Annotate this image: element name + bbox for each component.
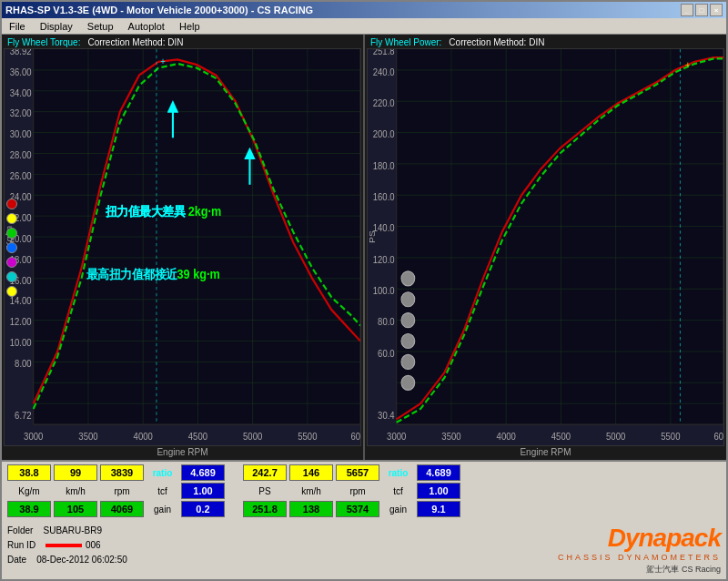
right-ratio-label: ratio	[382, 464, 414, 481]
right-val1: 242.7	[243, 464, 287, 481]
right-col2: 146 km/h 138	[289, 464, 333, 517]
menu-bar: File Display Setup Autoplot Help	[2, 18, 726, 35]
svg-point-106	[401, 375, 415, 390]
right-val3: 5657	[336, 464, 379, 481]
left-val2: 99	[54, 464, 97, 481]
left-col2: 99 km/h 105	[54, 464, 97, 517]
power-header-label: Fly Wheel Power:	[370, 37, 441, 47]
left-val5: 105	[54, 501, 97, 517]
minimize-button[interactable]: _	[681, 4, 693, 16]
left-tcf-label: tcf	[147, 483, 178, 499]
left-gain-val: 0.2	[181, 501, 225, 517]
right-val2: 146	[289, 464, 333, 481]
torque-chart-svg: 38.92 36.00 34.00 32.00 30.00 28.00 26.0…	[5, 49, 360, 445]
power-chart-header: Fly Wheel Power: Correction Method: DIN	[367, 36, 724, 48]
left-ratio-val: 4.689	[181, 464, 225, 481]
close-button[interactable]: ×	[710, 4, 723, 16]
svg-text:4500: 4500	[188, 432, 208, 442]
svg-text:扭力值最大差異 2kg·m: 扭力值最大差異 2kg·m	[105, 205, 221, 219]
left-val6: 4069	[100, 501, 144, 517]
svg-text:220.0: 220.0	[373, 98, 395, 108]
svg-text:60.0: 60.0	[378, 348, 395, 358]
svg-text:38.92: 38.92	[10, 49, 32, 56]
dot-red[interactable]	[6, 199, 17, 209]
run-bar	[46, 544, 82, 547]
right-unit3: rpm	[336, 483, 379, 499]
svg-text:34.00: 34.00	[10, 87, 32, 97]
dot-yellow[interactable]	[6, 213, 17, 224]
dynapack-logo: Dynapack CHASSIS DYNAMOMETERS 駕士汽車 CS Ra…	[558, 524, 721, 576]
svg-text:5500: 5500	[661, 432, 681, 442]
power-correction-label: Correction Method: DIN	[449, 37, 544, 47]
power-chart-svg: 251.8 240.0 220.0 200.0 180.0 160.0 140.…	[368, 49, 723, 445]
left-ratio-label: ratio	[147, 464, 178, 481]
svg-text:30.4: 30.4	[378, 411, 395, 421]
svg-point-104	[401, 334, 415, 349]
right-ratio-val: 4.689	[417, 464, 460, 481]
date-value: 08-Dec-2012 06:02:50	[36, 555, 127, 565]
right-col3: 5657 rpm 5374	[336, 464, 379, 517]
svg-text:180.0: 180.0	[373, 160, 395, 170]
copyright-text: 駕士汽車 CS Racing	[558, 564, 721, 576]
menu-setup[interactable]: Setup	[84, 21, 117, 32]
left-unit3: rpm	[100, 483, 144, 499]
folder-row: Folder SUBARU-BR9	[7, 524, 127, 538]
dot-blue[interactable]	[6, 242, 17, 253]
svg-text:80.0: 80.0	[378, 317, 395, 327]
svg-text:26.00: 26.00	[10, 171, 32, 181]
right-gain-val: 9.1	[417, 501, 460, 517]
right-unit1: PS	[243, 483, 287, 499]
svg-text:+: +	[685, 58, 691, 69]
folder-value: SUBARU-BR9	[43, 525, 101, 535]
left-col1: 38.8 Kg/m 38.9	[7, 464, 51, 517]
svg-text:32.00: 32.00	[10, 108, 32, 118]
dot-green[interactable]	[6, 228, 17, 239]
svg-text:3500: 3500	[78, 432, 98, 442]
right-gain-label: gain	[382, 501, 414, 517]
torque-chart-panel: Fly Wheel Torque: Correction Method: DIN	[2, 35, 363, 460]
menu-autoplot[interactable]: Autoplot	[125, 21, 168, 32]
left-val1: 38.8	[7, 464, 51, 481]
date-label: Date	[7, 555, 26, 565]
left-col3: 3839 rpm 4069	[100, 464, 144, 517]
svg-text:5000: 5000	[606, 432, 626, 442]
svg-point-102	[401, 292, 415, 307]
svg-text:30.00: 30.00	[10, 129, 32, 139]
dot-magenta[interactable]	[6, 257, 17, 268]
svg-text:6.72: 6.72	[15, 411, 32, 421]
menu-file[interactable]: File	[5, 21, 29, 32]
power-chart-area: 251.8 240.0 220.0 200.0 180.0 160.0 140.…	[367, 48, 724, 446]
svg-text:4000: 4000	[134, 432, 154, 442]
torque-header-label: Fly Wheel Torque:	[7, 37, 80, 47]
charts-container: Fly Wheel Torque: Correction Method: DIN	[2, 35, 726, 460]
right-col1: 242.7 PS 251.8	[243, 464, 287, 517]
left-tcf-val: 1.00	[181, 483, 225, 499]
run-row: Run ID 006	[7, 538, 127, 553]
svg-text:6000: 6000	[350, 432, 360, 442]
svg-point-103	[401, 313, 415, 328]
left-unit1: Kg/m	[7, 483, 51, 499]
dot-yellow2[interactable]	[6, 286, 17, 297]
maximize-button[interactable]: □	[695, 4, 708, 16]
right-col5: 4.689 1.00 9.1	[417, 464, 460, 517]
svg-text:28.00: 28.00	[10, 150, 32, 160]
left-val3: 3839	[100, 464, 144, 481]
right-data-group: 242.7 PS 251.8 146 km/h 138 5657 rpm 537…	[243, 464, 460, 517]
right-val6: 5374	[336, 501, 379, 517]
left-data-group: 38.8 Kg/m 38.9 99 km/h 105 3839 rpm 4069…	[7, 464, 225, 517]
svg-text:251.8: 251.8	[373, 49, 395, 56]
main-window: RHAS-SP V1.3-3E (4WD - Motor Vehicle 200…	[0, 0, 728, 581]
dot-cyan[interactable]	[6, 271, 17, 282]
folder-label: Folder	[7, 525, 33, 535]
info-section: Folder SUBARU-BR9 Run ID 006 Date 08-Dec…	[2, 520, 726, 579]
svg-text:3000: 3000	[387, 432, 407, 442]
menu-help[interactable]: Help	[176, 21, 204, 32]
power-x-label: Engine RPM	[367, 446, 724, 458]
svg-text:36.00: 36.00	[10, 66, 32, 76]
svg-point-105	[401, 354, 415, 369]
menu-display[interactable]: Display	[36, 21, 76, 32]
right-col4: ratio tcf gain	[382, 464, 414, 517]
left-gain-label: gain	[147, 501, 178, 517]
svg-text:3000: 3000	[24, 432, 44, 442]
right-tcf-val: 1.00	[417, 483, 460, 499]
